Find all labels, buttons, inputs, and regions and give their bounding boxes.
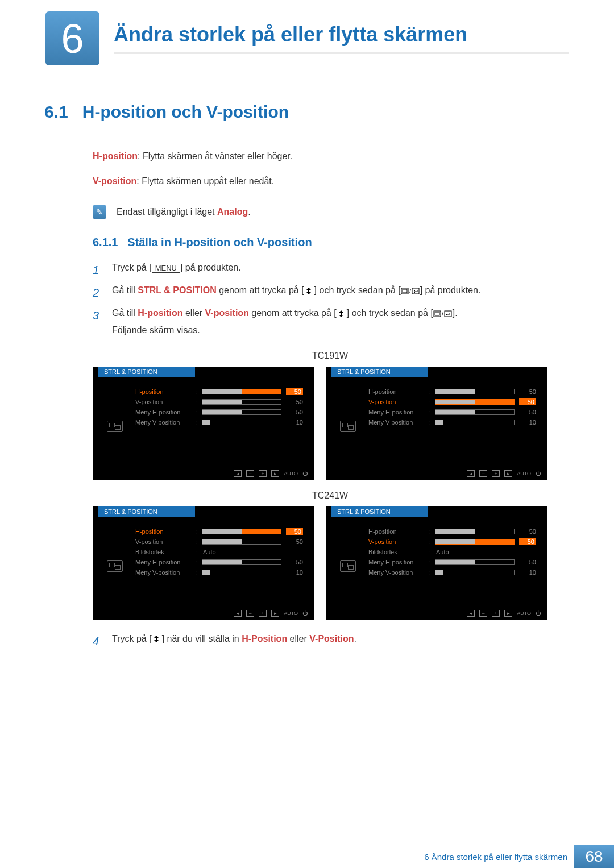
osd-plus-icon: + [259,470,267,477]
osd-slider-fill [202,539,242,544]
osd-category-icon [340,421,356,432]
text: ] och tryck sedan på [ [314,285,401,295]
up-down-icon [304,288,314,294]
osd-row-1: STRL & POSITIONH-position:50V-position:5… [93,367,567,480]
osd-slider-fill [202,420,210,425]
osd-slider [202,420,281,425]
step-1: 1 Tryck på [MENU] på produkten. [93,259,567,281]
osd-slider-fill [435,529,475,534]
colon: : [195,419,202,426]
osd-line: V-position:50 [368,397,536,407]
osd-lines: H-position:50V-position:50Meny H-positio… [135,387,303,427]
osd-footer: ◂−+▸AUTO⏻ [234,470,308,477]
menu-button-label: MENU [152,264,180,273]
svg-text:/: / [442,310,444,317]
source-enter-icon: / [433,310,453,318]
note-mode: Analog [217,207,248,217]
text: Tryck på [ [112,634,152,643]
osd-footer: ◂−+▸AUTO⏻ [467,610,541,617]
page-content: 6.1 H-position och V-position H-position… [44,102,567,653]
colon: : [195,528,202,535]
osd-slider [202,539,281,545]
osd-left-icon: ◂ [234,610,242,617]
h-position-ref: H-Position [242,634,287,643]
osd-minus-icon: − [479,610,487,617]
osd-line: Meny H-position:50 [135,557,303,567]
svg-marker-16 [154,640,159,642]
colon: : [195,538,202,545]
definition-v: V-position: Flytta skärmen uppåt eller n… [93,175,567,188]
colon: : [195,559,202,566]
osd-right-icon: ▸ [271,470,279,477]
colon: : [195,398,202,405]
colon: : [428,559,435,566]
osd-value: 50 [286,559,303,566]
colon: : [428,528,435,535]
osd-right-icon: ▸ [504,470,512,477]
text: Gå till [112,285,138,295]
colon: : [428,538,435,545]
osd-line: H-position:50 [368,526,536,537]
osd-minus-icon: − [246,610,254,617]
osd-value: Auto [203,549,216,555]
osd-header: STRL & POSITION [331,367,428,377]
note-suffix: . [248,207,250,217]
up-down-icon [152,636,162,642]
osd-slider-fill [202,400,242,404]
svg-rect-8 [341,313,342,315]
osd-slider-fill [202,410,242,414]
osd-slider [435,389,515,394]
osd-auto-label: AUTO [284,610,298,616]
osd-slider [435,420,515,425]
svg-rect-11 [435,312,439,315]
v-position-ref: V-position [205,308,249,318]
osd-plus-icon: + [492,470,500,477]
step-number: 1 [93,259,102,281]
osd-lines: H-position:50V-position:50Bildstorlek:Au… [135,526,303,578]
osd-item-label: V-position [368,538,428,545]
osd-left-icon: ◂ [467,470,475,477]
osd-power-icon: ⏻ [536,610,541,616]
h-position-ref: H-position [138,308,182,318]
osd-value: 50 [286,528,303,535]
osd-item-label: Meny V-position [368,419,428,426]
osd-category-icon [107,421,123,432]
osd-item-label: Meny H-position [368,559,428,566]
colon: : [428,409,435,416]
svg-marker-0 [306,288,311,290]
note-prefix: Endast tillgängligt i läget [117,207,217,217]
osd-header: STRL & POSITION [98,506,195,517]
osd-footer: ◂−+▸AUTO⏻ [234,610,308,617]
osd-value: 50 [519,388,536,395]
osd-line: H-position:50 [135,387,303,397]
step-4: 4 Tryck på [] när du vill ställa in H-Po… [93,630,567,652]
osd-value: 50 [519,538,536,545]
osd-value: 50 [286,538,303,545]
osd-auto-label: AUTO [284,471,298,476]
svg-marker-2 [306,292,311,294]
osd-left-icon: ◂ [234,470,242,477]
osd-line: Meny V-position:10 [135,567,303,578]
text: eller [182,308,205,318]
osd-item-label: Meny H-position [135,409,195,416]
osd-power-icon: ⏻ [302,471,308,476]
text-v-position: : Flytta skärmen uppåt eller nedåt. [136,176,274,186]
osd-line: Meny V-position:10 [135,417,303,427]
target-menu: STRL & POSITION [138,285,216,295]
osd-slider-fill [435,389,475,394]
osd-value: 50 [286,409,303,416]
colon: : [195,409,202,416]
step-number: 4 [93,630,102,652]
osd-slider-fill [202,560,242,564]
osd-slider-fill [202,570,210,575]
svg-rect-6 [412,288,419,294]
osd-slider-fill [202,529,242,534]
osd-slider [202,409,281,415]
osd-line: V-position:50 [368,537,536,547]
osd-value: 10 [519,569,536,576]
osd-panel: STRL & POSITIONH-position:50V-position:5… [326,367,547,480]
term-v-position: V-position [93,176,136,186]
text: genom att trycka på [ [217,285,304,295]
text-h-position: : Flytta skärmen åt vänster eller höger. [138,151,292,161]
svg-rect-1 [308,290,309,292]
